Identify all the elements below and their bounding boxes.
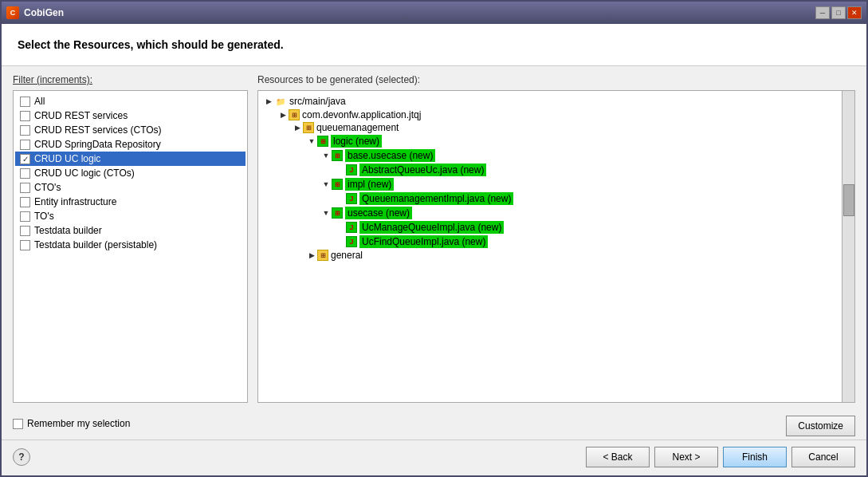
help-button[interactable]: ? (13, 448, 30, 466)
tree-scrollbar[interactable] (842, 91, 854, 402)
cancel-button[interactable]: Cancel (791, 447, 855, 467)
java-icon-uc-find: J (346, 236, 357, 247)
filter-item-all[interactable]: All (15, 94, 245, 108)
expand-uc-manage (335, 222, 346, 233)
java-icon-abstract-uc: J (346, 164, 357, 175)
filter-list[interactable]: All CRUD REST services CRUD REST service… (13, 90, 248, 403)
expand-src[interactable]: ▶ (263, 96, 274, 107)
node-text-general: general (331, 250, 363, 261)
java-icon-mgmt-impl: J (346, 193, 357, 204)
pkg-icon-usecase: ⊞ (332, 207, 343, 219)
tree-node-logic[interactable]: ▼ ⊞ logic (new) (260, 134, 853, 148)
expand-abstract-uc (335, 164, 346, 175)
filter-checkbox-tos[interactable] (20, 211, 30, 222)
expand-mgmt-impl (335, 193, 346, 204)
filter-checkbox-crud-uc-logic-ctos[interactable] (20, 168, 30, 179)
remember-label: Remember my selection (27, 418, 130, 429)
filter-item-crud-rest[interactable]: CRUD REST services (15, 108, 245, 123)
expand-general[interactable]: ▶ (306, 250, 317, 261)
filter-checkbox-crud-rest-ctos[interactable] (20, 125, 30, 136)
expand-usecase[interactable]: ▼ (320, 207, 332, 219)
node-text-usecase: usecase (new) (345, 207, 412, 219)
next-button[interactable]: Next > (654, 447, 718, 467)
node-text-abstract-uc: AbstractQueueUc.java (new) (359, 164, 486, 176)
filter-label-crud-rest-ctos: CRUD REST services (CTOs) (34, 124, 162, 136)
filter-checkbox-crud-springdata[interactable] (20, 140, 30, 150)
filter-checkbox-crud-rest[interactable] (20, 111, 30, 121)
minimize-button[interactable]: ─ (815, 6, 830, 19)
filter-checkbox-entity-infra[interactable] (20, 197, 30, 207)
filter-item-tos[interactable]: TO's (15, 209, 245, 223)
node-text-src: src/main/java (289, 96, 346, 107)
filter-item-ctos[interactable]: CTO's (15, 180, 245, 195)
page-title: Select the Resources, which should be ge… (18, 38, 284, 51)
filter-checkbox-ctos[interactable] (20, 183, 30, 193)
expand-impl[interactable]: ▼ (320, 179, 332, 190)
titlebar-controls: ─ □ ✕ (815, 6, 862, 19)
tree-node-general[interactable]: ▶ ⊞ general (260, 249, 853, 262)
filter-label: Filter (increments): (13, 74, 248, 85)
tree-node-src[interactable]: ▶ 📁 src/main/java (260, 94, 853, 108)
filter-item-crud-uc-logic-ctos[interactable]: CRUD UC logic (CTOs) (15, 166, 245, 180)
filter-checkbox-testdata-builder[interactable] (20, 226, 30, 236)
node-text-mgmt-impl: QueuemanagementImpl.java (new) (359, 192, 513, 205)
titlebar-left: C CobiGen (6, 6, 64, 19)
pkg-icon-impl: ⊞ (332, 179, 343, 190)
tree-node-uc-manage[interactable]: J UcManageQueueImpl.java (new) (260, 220, 853, 235)
expand-pkg[interactable]: ▶ (277, 109, 289, 120)
tree-node-pkg[interactable]: ▶ ⊞ com.devonfw.application.jtqj (260, 108, 853, 121)
main-panels: Filter (increments): All CRUD REST servi… (2, 66, 866, 411)
footer-left: ? (13, 448, 30, 466)
filter-label-entity-infra: Entity infrastructure (34, 196, 116, 207)
window-title: CobiGen (24, 7, 64, 18)
customize-button[interactable]: Customize (786, 416, 855, 436)
page-header: Select the Resources, which should be ge… (2, 24, 866, 66)
filter-item-crud-springdata[interactable]: CRUD SpringData Repository (15, 137, 245, 152)
expand-queuemgmt[interactable]: ▶ (292, 122, 303, 133)
filter-label-crud-uc-logic: CRUD UC logic (34, 153, 100, 164)
scrollbar-thumb[interactable] (843, 184, 854, 216)
tree-node-abstract-uc[interactable]: J AbstractQueueUc.java (new) (260, 163, 853, 177)
resource-tree[interactable]: ▶ 📁 src/main/java ▶ ⊞ com.devonfw.applic… (257, 90, 855, 403)
finish-button[interactable]: Finish (723, 447, 787, 467)
filter-checkbox-crud-uc-logic[interactable] (20, 154, 30, 164)
tree-node-base-usecase[interactable]: ▼ ⊞ base.usecase (new) (260, 148, 853, 163)
filter-item-testdata-builder[interactable]: Testdata builder (15, 223, 245, 238)
filter-label-ctos: CTO's (34, 182, 61, 193)
footer-buttons: ? < Back Next > Finish Cancel (2, 440, 866, 475)
remember-checkbox[interactable] (13, 419, 23, 429)
tree-node-impl[interactable]: ▼ ⊞ impl (new) (260, 177, 853, 191)
close-button[interactable]: ✕ (847, 6, 862, 19)
pkg-icon-logic: ⊞ (317, 136, 328, 147)
node-text-uc-find: UcFindQueueImpl.java (new) (359, 235, 488, 248)
pkg-icon-base: ⊞ (332, 150, 343, 161)
tree-node-mgmt-impl[interactable]: J QueuemanagementImpl.java (new) (260, 191, 853, 206)
expand-uc-find (335, 236, 346, 247)
filter-label-crud-rest: CRUD REST services (34, 110, 128, 121)
filter-item-entity-infra[interactable]: Entity infrastructure (15, 195, 245, 209)
filter-label-crud-springdata: CRUD SpringData Repository (34, 139, 161, 150)
filter-checkbox-all[interactable] (20, 97, 30, 107)
node-text-queuemgmt: queuemanagement (316, 122, 399, 133)
pkg-icon-queuemgmt: ⊞ (303, 122, 314, 133)
filter-item-crud-uc-logic[interactable]: CRUD UC logic (15, 152, 245, 166)
filter-label-testdata-builder-p: Testdata builder (persistable) (34, 239, 157, 250)
filter-checkbox-testdata-builder-p[interactable] (20, 240, 30, 250)
filter-item-testdata-builder-p[interactable]: Testdata builder (persistable) (15, 238, 245, 252)
folder-icon-src: 📁 (274, 95, 287, 108)
filter-label-testdata-builder: Testdata builder (34, 225, 102, 236)
expand-base-usecase[interactable]: ▼ (320, 150, 332, 161)
maximize-button[interactable]: □ (831, 6, 846, 19)
bottom-section: Remember my selection Customize (2, 411, 866, 440)
node-text-impl: impl (new) (345, 178, 394, 191)
back-button[interactable]: < Back (586, 447, 650, 467)
filter-item-crud-rest-ctos[interactable]: CRUD REST services (CTOs) (15, 123, 245, 137)
footer-right: < Back Next > Finish Cancel (586, 447, 855, 467)
tree-node-queuemgmt[interactable]: ▶ ⊞ queuemanagement (260, 121, 853, 134)
tree-node-usecase[interactable]: ▼ ⊞ usecase (new) (260, 206, 853, 220)
java-icon-uc-manage: J (346, 222, 357, 233)
right-panel: Resources to be generated (selected): ▶ … (257, 74, 855, 403)
expand-logic[interactable]: ▼ (306, 136, 317, 147)
node-text-pkg: com.devonfw.application.jtqj (302, 109, 421, 120)
tree-node-uc-find[interactable]: J UcFindQueueImpl.java (new) (260, 235, 853, 249)
